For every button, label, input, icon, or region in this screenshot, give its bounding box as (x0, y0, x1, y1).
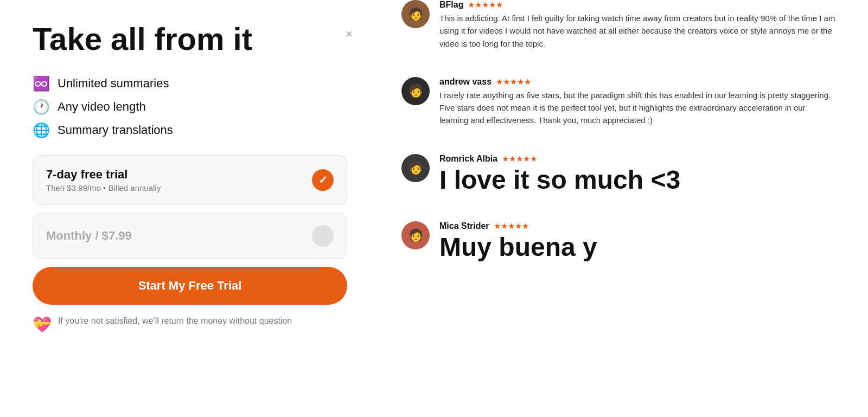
review-mica-content: Mica Strider ★★★★★ Muy buena y (439, 221, 597, 262)
feature-length: 🕐 Any video length (33, 99, 347, 116)
reviewer-mica-header: Mica Strider ★★★★★ (439, 221, 597, 231)
reviewer-mica-name: Mica Strider (439, 221, 489, 231)
feature-translations: 🌐 Summary translations (33, 122, 347, 139)
close-button[interactable]: × (346, 27, 353, 41)
review-bflag-content: BFlag ★★★★★ This is addicting. At first … (439, 0, 835, 50)
avatar-bflag: 🧑 (401, 0, 430, 28)
reviewer-andrew-header: andrew vass ★★★★★ (439, 77, 835, 87)
monthly-plan-title: Monthly / $7.99 (46, 229, 132, 243)
feature-length-label: Any video length (58, 100, 146, 114)
start-trial-button[interactable]: Start My Free Trial (33, 267, 347, 305)
review-andrew: 🧑 andrew vass ★★★★★ I rarely rate anythi… (401, 77, 835, 138)
avatar-romrick: 🧑 (401, 154, 430, 182)
annual-plan-card[interactable]: 7-day free trial Then $3.99/mo • Billed … (33, 155, 347, 205)
monthly-plan-radio (312, 225, 334, 247)
reviewer-romrick-text: I love it so much <3 (439, 166, 680, 195)
annual-plan-radio: ✓ (312, 169, 334, 191)
reviewer-bflag-text: This is addicting. At first I felt guilt… (439, 12, 835, 50)
guarantee-icon: 💝 (33, 316, 52, 333)
clock-icon: 🕐 (33, 99, 50, 116)
guarantee-section: 💝 If you're not satisfied, we'll return … (33, 315, 347, 333)
reviewer-romrick-stars: ★★★★★ (502, 154, 537, 164)
reviewer-mica-stars: ★★★★★ (494, 221, 529, 231)
close-icon: × (346, 27, 353, 41)
avatar-mica: 🧑 (401, 221, 430, 249)
annual-plan-subtitle: Then $3.99/mo • Billed annually (46, 183, 161, 193)
feature-unlimited-label: Unlimited summaries (58, 76, 169, 91)
page-title: Take all from it (33, 22, 347, 56)
reviewer-andrew-stars: ★★★★★ (496, 77, 531, 87)
guarantee-text: If you're not satisfied, we'll return th… (58, 315, 292, 328)
features-list: ♾️ Unlimited summaries 🕐 Any video lengt… (33, 75, 347, 139)
reviewer-andrew-name: andrew vass (439, 77, 492, 87)
annual-plan-title: 7-day free trial (46, 168, 161, 182)
feature-translations-label: Summary translations (58, 123, 173, 137)
reviewer-romrick-name: Romrick Albia (439, 154, 497, 164)
reviewer-andrew-text: I rarely rate anything as five stars, bu… (439, 89, 835, 127)
annual-plan-info: 7-day free trial Then $3.99/mo • Billed … (46, 168, 161, 193)
globe-icon: 🌐 (33, 122, 50, 139)
reviewer-bflag-stars: ★★★★★ (468, 0, 503, 10)
unlimited-icon: ♾️ (33, 75, 50, 92)
monthly-plan-info: Monthly / $7.99 (46, 229, 132, 243)
review-romrick: 🧑 Romrick Albia ★★★★★ I love it so much … (401, 154, 835, 206)
review-mica: 🧑 Mica Strider ★★★★★ Muy buena y (401, 221, 835, 273)
reviewer-mica-text: Muy buena y (439, 233, 597, 262)
checkmark-icon: ✓ (318, 174, 328, 187)
avatar-andrew: 🧑 (401, 77, 430, 105)
review-andrew-content: andrew vass ★★★★★ I rarely rate anything… (439, 77, 835, 127)
monthly-plan-card[interactable]: Monthly / $7.99 (33, 213, 347, 259)
review-romrick-content: Romrick Albia ★★★★★ I love it so much <3 (439, 154, 680, 195)
review-bflag: 🧑 BFlag ★★★★★ This is addicting. At firs… (401, 0, 835, 61)
feature-unlimited: ♾️ Unlimited summaries (33, 75, 347, 92)
reviewer-romrick-header: Romrick Albia ★★★★★ (439, 154, 680, 164)
reviewer-bflag-header: BFlag ★★★★★ (439, 0, 835, 10)
right-panel: 🧑 BFlag ★★★★★ This is addicting. At firs… (380, 0, 868, 417)
reviewer-bflag-name: BFlag (439, 0, 463, 10)
left-panel: × Take all from it ♾️ Unlimited summarie… (0, 0, 380, 417)
